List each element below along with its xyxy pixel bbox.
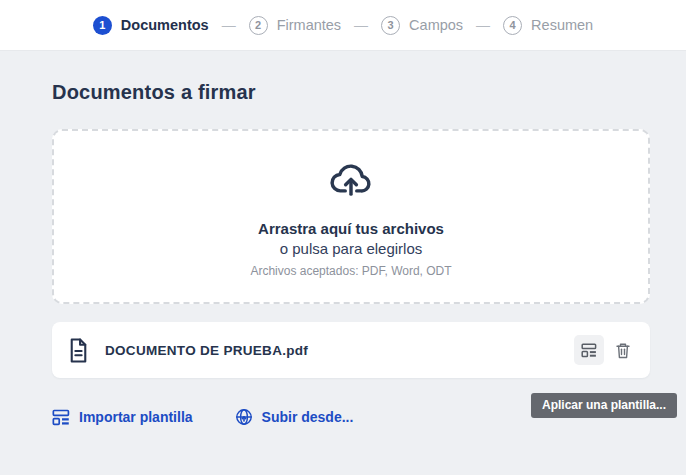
page-title: Documentos a firmar (52, 81, 650, 104)
cloud-upload-icon (328, 155, 374, 202)
dropzone-secondary-text: o pulsa para elegirlos (280, 240, 423, 257)
globe-upload-icon (235, 408, 253, 426)
step-label: Campos (409, 17, 463, 33)
step-label: Firmantes (277, 17, 341, 33)
import-template-button[interactable]: Importar plantilla (52, 408, 193, 426)
apply-template-button[interactable] (574, 335, 604, 365)
document-icon (68, 338, 89, 363)
step-label: Resumen (531, 17, 593, 33)
file-actions (574, 335, 638, 365)
step-separator: — (476, 17, 490, 33)
uploaded-file-row: DOCUMENTO DE PRUEBA.pdf (52, 322, 650, 378)
signature-wizard-screen: 1 Documentos — 2 Firmantes — 3 Campos — … (0, 0, 686, 475)
step-number-badge: 3 (381, 16, 400, 35)
step-firmantes[interactable]: 2 Firmantes (249, 16, 341, 35)
dropzone-accepted-formats: Archivos aceptados: PDF, Word, ODT (250, 264, 451, 278)
template-icon (581, 342, 597, 358)
step-campos[interactable]: 3 Campos (381, 16, 463, 35)
file-dropzone[interactable]: Arrastra aquí tus archivos o pulsa para … (52, 129, 650, 304)
stepper-bar: 1 Documentos — 2 Firmantes — 3 Campos — … (0, 0, 686, 51)
step-number-badge: 2 (249, 16, 268, 35)
trash-icon (615, 342, 631, 359)
step-number-badge: 1 (93, 16, 112, 35)
stepper: 1 Documentos — 2 Firmantes — 3 Campos — … (93, 16, 593, 35)
import-template-label: Importar plantilla (79, 409, 193, 425)
template-icon (52, 408, 70, 426)
file-name: DOCUMENTO DE PRUEBA.pdf (105, 343, 308, 358)
step-label: Documentos (121, 17, 209, 33)
step-separator: — (222, 17, 236, 33)
step-resumen[interactable]: 4 Resumen (503, 16, 593, 35)
step-documentos[interactable]: 1 Documentos (93, 16, 209, 35)
step-separator: — (354, 17, 368, 33)
step-number-badge: 4 (503, 16, 522, 35)
delete-file-button[interactable] (608, 335, 638, 365)
apply-template-tooltip: Aplicar una plantilla... (531, 393, 677, 418)
main-content: Documentos a firmar Arrastra aquí tus ar… (0, 81, 686, 426)
upload-from-label: Subir desde... (262, 409, 354, 425)
upload-from-button[interactable]: Subir desde... (235, 408, 354, 426)
dropzone-primary-text: Arrastra aquí tus archivos (258, 220, 444, 237)
